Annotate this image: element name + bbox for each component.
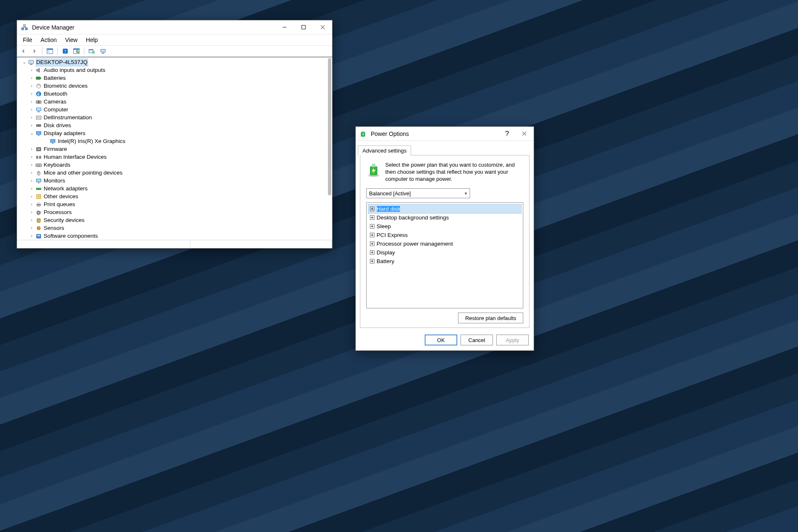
close-button[interactable] [313, 20, 332, 34]
expand-box-icon[interactable]: + [370, 250, 374, 255]
generic-icon [35, 114, 42, 121]
tree-category[interactable]: › Cameras [29, 98, 325, 106]
svg-point-50 [39, 188, 40, 189]
show-hide-tree-icon[interactable] [45, 47, 55, 56]
tree-expander-icon[interactable]: › [29, 224, 34, 232]
tree-expander-icon[interactable]: › [29, 161, 34, 169]
tree-category[interactable]: › Disk drives [29, 121, 325, 129]
svg-rect-28 [37, 111, 40, 112]
svg-rect-21 [40, 78, 41, 79]
tree-expander-icon[interactable]: › [29, 74, 34, 82]
power-plan-dropdown[interactable]: Balanced [Active] ▾ [366, 188, 470, 198]
tree-category[interactable]: › Software components [29, 232, 325, 239]
tree-category-label: Print queues [44, 200, 75, 208]
svg-point-23 [36, 91, 41, 96]
cancel-button[interactable]: Cancel [461, 335, 493, 345]
menu-help[interactable]: Help [83, 35, 101, 44]
tree-expander-icon[interactable]: ⌄ [29, 129, 34, 137]
forward-icon[interactable] [30, 47, 39, 56]
svg-rect-18 [29, 60, 34, 64]
tree-expander-icon[interactable]: › [29, 113, 34, 121]
power-setting-item[interactable]: + Desktop background settings [368, 213, 521, 222]
svg-text:?: ? [64, 49, 66, 54]
tree-category[interactable]: › Bluetooth [29, 90, 325, 98]
tree-expander-icon[interactable]: › [29, 208, 34, 216]
expand-box-icon[interactable]: + [370, 215, 374, 220]
power-setting-item[interactable]: + Hard disk [368, 204, 521, 213]
tree-category[interactable]: › Network adapters [29, 185, 325, 192]
tree-category[interactable]: › Computer [29, 106, 325, 113]
restore-defaults-button[interactable]: Restore plan defaults [458, 313, 523, 323]
minimize-button[interactable] [275, 20, 294, 34]
tree-category[interactable]: › Print queues [29, 200, 325, 208]
tree-root[interactable]: ⌄ DESKTOP-4L537JQ [21, 58, 325, 66]
tree-device[interactable]: Intel(R) Iris(R) Xe Graphics [43, 137, 325, 145]
tree-expander-icon[interactable]: › [29, 106, 34, 113]
expand-box-icon[interactable]: + [370, 233, 374, 237]
tree-expander-icon[interactable]: › [29, 121, 34, 129]
apply-button[interactable]: Apply [496, 335, 529, 345]
tree-expander-icon[interactable]: › [29, 216, 34, 224]
tree-expander-icon[interactable]: › [29, 200, 34, 208]
tree-category[interactable]: › Audio inputs and outputs [29, 66, 325, 74]
tree-expander-icon[interactable]: › [29, 98, 34, 106]
scrollbar-thumb[interactable] [328, 58, 331, 195]
power-setting-item[interactable]: + PCI Express [368, 231, 521, 239]
menu-action[interactable]: Action [37, 35, 60, 44]
tree-expander-icon[interactable]: › [29, 169, 34, 177]
tree-expander-icon[interactable]: ⌄ [21, 58, 27, 66]
tree-expander-icon[interactable]: › [29, 192, 34, 200]
tree-category[interactable]: ⌄ Display adapters [29, 129, 325, 137]
help-icon[interactable]: ? [60, 47, 70, 56]
power-options-app-icon [360, 131, 367, 137]
tree-expander-icon[interactable]: › [29, 153, 34, 161]
expand-box-icon[interactable]: + [370, 207, 374, 211]
tree-category[interactable]: › Processors [29, 208, 325, 216]
maximize-button[interactable] [294, 20, 313, 34]
expand-box-icon[interactable]: + [370, 259, 374, 264]
menu-view[interactable]: View [62, 35, 81, 44]
power-setting-item[interactable]: + Sleep [368, 222, 521, 231]
power-setting-item[interactable]: + Battery [368, 257, 521, 266]
device-manager-titlebar[interactable]: Device Manager [17, 20, 332, 34]
tree-expander-icon[interactable]: › [29, 82, 34, 90]
tree-expander-icon[interactable]: › [29, 145, 34, 153]
menu-file[interactable]: File [20, 35, 36, 44]
tree-category[interactable]: › Human Interface Devices [29, 153, 325, 161]
tree-expander-icon[interactable]: › [29, 177, 34, 185]
power-setting-item[interactable]: + Display [368, 248, 521, 257]
power-options-titlebar[interactable]: Power Options ? [356, 127, 534, 141]
expand-box-icon[interactable]: + [370, 224, 374, 229]
tab-advanced-settings[interactable]: Advanced settings [358, 145, 411, 155]
help-button[interactable]: ? [500, 127, 515, 141]
tree-category[interactable]: › Security devices [29, 216, 325, 224]
svg-rect-17 [102, 53, 104, 54]
back-icon[interactable] [18, 47, 28, 56]
scan-hardware-icon[interactable] [98, 47, 108, 56]
tree-category[interactable]: › DellInstrumentation [29, 113, 325, 121]
tree-expander-icon[interactable]: › [29, 90, 34, 98]
power-plan-selected: Balanced [Active] [369, 190, 411, 197]
close-button[interactable] [515, 127, 534, 141]
power-setting-item[interactable]: + Processor power management [368, 239, 521, 248]
svg-rect-5 [47, 49, 53, 50]
tree-category[interactable]: › Sensors [29, 224, 325, 232]
tree-category[interactable]: › Mice and other pointing devices [29, 169, 325, 177]
tree-category[interactable]: › Keyboards [29, 161, 325, 169]
computer-icon [35, 106, 42, 113]
expand-box-icon[interactable]: + [370, 241, 374, 246]
ok-button[interactable]: OK [425, 335, 457, 345]
update-driver-icon[interactable] [87, 47, 97, 56]
printer-icon [35, 201, 42, 208]
svg-point-49 [37, 188, 38, 189]
properties-icon[interactable] [71, 47, 81, 56]
tree-category[interactable]: › Firmware [29, 145, 325, 153]
tree-expander-icon[interactable]: › [29, 66, 34, 74]
tree-expander-icon[interactable]: › [29, 232, 34, 239]
tree-expander-icon[interactable]: › [29, 185, 34, 192]
tree-category[interactable]: › Batteries [29, 74, 325, 82]
tree-category[interactable]: › ? Other devices [29, 192, 325, 200]
tree-category[interactable]: › Monitors [29, 177, 325, 185]
tree-category[interactable]: › Biometric devices [29, 82, 325, 90]
firmware-icon [35, 146, 42, 153]
